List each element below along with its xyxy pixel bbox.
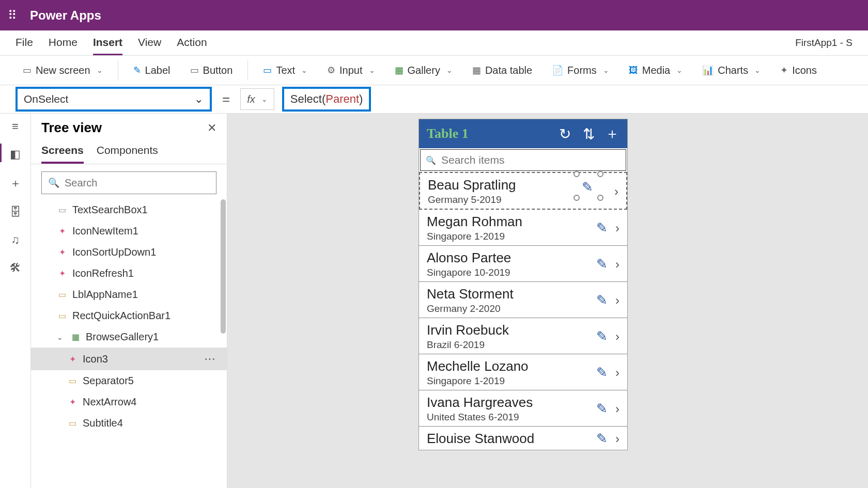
text-label: Text bbox=[276, 65, 295, 76]
refresh-icon[interactable]: ↻ bbox=[557, 125, 572, 143]
gallery-item[interactable]: Neta Storment Germany 2-2020 ✎ › bbox=[419, 282, 627, 318]
label-icon: ✎ bbox=[133, 65, 141, 76]
close-icon[interactable]: ✕ bbox=[207, 121, 216, 135]
chevron-down-icon: ⌄ bbox=[97, 66, 103, 74]
edit-icon[interactable]: ✎ bbox=[596, 292, 608, 308]
sort-icon[interactable]: ⇅ bbox=[581, 125, 596, 143]
phone-preview: Table 1 ↻ ⇅ ＋ 🔍 Beau Spratling Germany 5… bbox=[419, 119, 628, 450]
phone-header: Table 1 ↻ ⇅ ＋ bbox=[419, 119, 627, 148]
tree-item-iconsort[interactable]: ✦ IconSortUpDown1 bbox=[31, 242, 227, 263]
data-icon[interactable]: 🗄 bbox=[10, 206, 21, 219]
rect-icon: ▭ bbox=[67, 376, 78, 386]
tab-components[interactable]: Components bbox=[97, 139, 158, 164]
edit-icon[interactable]: ✎ bbox=[596, 256, 608, 272]
phone-search-input[interactable] bbox=[441, 154, 621, 166]
formula-bar: OnSelect ⌄ = fx ⌄ Select(Parent) bbox=[0, 85, 868, 114]
item-title: Neta Storment bbox=[427, 286, 596, 302]
button-button[interactable]: ▭ Button bbox=[183, 61, 240, 80]
phone-search[interactable]: 🔍 bbox=[420, 149, 626, 171]
more-options-icon[interactable]: ⋯ bbox=[204, 352, 216, 366]
tree-search[interactable]: 🔍 bbox=[41, 171, 216, 194]
fx-selector[interactable]: fx ⌄ bbox=[240, 88, 274, 110]
chevron-right-icon[interactable]: › bbox=[615, 257, 619, 272]
icons-button[interactable]: ✦ Icons bbox=[773, 61, 824, 80]
chevron-right-icon[interactable]: › bbox=[615, 432, 619, 446]
plus-icon[interactable]: ＋ bbox=[10, 176, 21, 191]
tree-item-label: NextArrow4 bbox=[83, 396, 136, 408]
data-table-button[interactable]: ▦ Data table bbox=[465, 61, 539, 80]
gallery-item[interactable]: Ivana Hargreaves United States 6-2019 ✎ … bbox=[419, 390, 627, 427]
search-icon: 🔍 bbox=[48, 177, 59, 188]
forms-button[interactable]: 📄 Forms ⌄ bbox=[545, 61, 616, 80]
tree-item-label: Subtitle4 bbox=[83, 417, 123, 429]
menu-file[interactable]: File bbox=[16, 31, 33, 55]
tree-item-iconnewitem[interactable]: ✦ IconNewItem1 bbox=[31, 221, 227, 242]
chevron-right-icon[interactable]: › bbox=[615, 366, 619, 380]
gallery-item[interactable]: Beau Spratling Germany 5-2019 ✎ › bbox=[419, 172, 627, 210]
hamburger-icon[interactable]: ≡ bbox=[12, 120, 19, 133]
chevron-right-icon[interactable]: › bbox=[615, 221, 619, 235]
menu-home[interactable]: Home bbox=[49, 31, 78, 55]
media-icon: 🖼 bbox=[629, 65, 638, 76]
tree-item-browsegallery[interactable]: ⌄ ▦ BrowseGallery1 bbox=[31, 326, 227, 348]
tools-icon[interactable]: 🛠 bbox=[10, 261, 21, 275]
edit-icon[interactable]: ✎ bbox=[582, 179, 593, 195]
tab-screens[interactable]: Screens bbox=[41, 139, 84, 164]
gallery-item[interactable]: Elouise Stanwood ✎ › bbox=[419, 427, 627, 450]
gallery-tree-icon: ▦ bbox=[70, 332, 81, 342]
tree-item-subtitle[interactable]: ▭ Subtitle4 bbox=[31, 413, 227, 434]
edit-icon[interactable]: ✎ bbox=[596, 365, 608, 381]
edit-icon[interactable]: ✎ bbox=[596, 328, 608, 344]
app-name-label: FirstApp1 - S bbox=[795, 37, 853, 49]
chevron-right-icon[interactable]: › bbox=[615, 293, 619, 308]
chevron-down-icon: ⌄ bbox=[369, 66, 375, 74]
divider bbox=[118, 60, 118, 81]
chevron-down-icon: ⌄ bbox=[676, 66, 683, 74]
tree-item-rectquickaction[interactable]: ▭ RectQuickActionBar1 bbox=[31, 305, 227, 326]
media-button[interactable]: 🖼 Media ⌄ bbox=[622, 61, 690, 80]
tree-item-iconrefresh[interactable]: ✦ IconRefresh1 bbox=[31, 263, 227, 284]
tree-item-nextarrow[interactable]: ✦ NextArrow4 bbox=[31, 391, 227, 413]
menu-insert[interactable]: Insert bbox=[93, 31, 122, 55]
tree-view-icon[interactable]: ◧ bbox=[10, 148, 21, 161]
chevron-right-icon[interactable]: › bbox=[615, 402, 619, 416]
chevron-down-icon: ⌄ bbox=[754, 66, 761, 74]
gallery-item[interactable]: Alonso Partee Singapore 10-2019 ✎ › bbox=[419, 246, 627, 282]
chevron-right-icon[interactable]: › bbox=[614, 184, 618, 199]
edit-icon[interactable]: ✎ bbox=[596, 431, 608, 447]
gallery-button[interactable]: ▦ Gallery ⌄ bbox=[388, 61, 460, 80]
chevron-down-icon[interactable]: ⌄ bbox=[57, 333, 63, 341]
scrollbar[interactable] bbox=[221, 199, 226, 334]
gallery-item[interactable]: Megan Rohman Singapore 1-2019 ✎ › bbox=[419, 210, 627, 246]
menu-action[interactable]: Action bbox=[177, 31, 207, 55]
edit-icon[interactable]: ✎ bbox=[596, 401, 608, 417]
item-subtitle: Singapore 1-2019 bbox=[427, 375, 596, 387]
formula-input[interactable]: Select(Parent) bbox=[282, 87, 371, 112]
text-button[interactable]: ▭ Text ⌄ bbox=[256, 61, 315, 80]
tree-item-icon3[interactable]: ✦ Icon3 ⋯ bbox=[31, 348, 227, 370]
new-screen-button[interactable]: ▭ New screen ⌄ bbox=[16, 61, 110, 80]
property-selector[interactable]: OnSelect ⌄ bbox=[16, 87, 212, 112]
menu-view[interactable]: View bbox=[138, 31, 161, 55]
equals-sign: = bbox=[222, 91, 230, 107]
tree-item-label: RectQuickActionBar1 bbox=[72, 310, 171, 322]
gallery-item[interactable]: Mechelle Lozano Singapore 1-2019 ✎ › bbox=[419, 354, 627, 390]
gallery-item[interactable]: Irvin Roebuck Brazil 6-2019 ✎ › bbox=[419, 318, 627, 354]
gallery-icon: ▦ bbox=[395, 65, 404, 76]
input-button[interactable]: ⚙ Input ⌄ bbox=[320, 61, 382, 80]
waffle-icon[interactable]: ⠿ bbox=[8, 8, 17, 23]
tree-item-lblappname[interactable]: ▭ LblAppName1 bbox=[31, 284, 227, 305]
control-icon: ✦ bbox=[67, 354, 78, 364]
canvas[interactable]: Table 1 ↻ ⇅ ＋ 🔍 Beau Spratling Germany 5… bbox=[227, 114, 868, 488]
item-title: Ivana Hargreaves bbox=[427, 395, 596, 411]
tree-item-textsearchbox[interactable]: ▭ TextSearchBox1 bbox=[31, 199, 227, 221]
tree-search-input[interactable] bbox=[65, 177, 210, 189]
charts-button[interactable]: 📊 Charts ⌄ bbox=[695, 61, 768, 80]
tree-item-separator[interactable]: ▭ Separator5 bbox=[31, 370, 227, 391]
selection-handles[interactable]: ✎ bbox=[576, 173, 601, 199]
edit-icon[interactable]: ✎ bbox=[596, 220, 608, 236]
label-button[interactable]: ✎ Label bbox=[126, 61, 178, 80]
chevron-right-icon[interactable]: › bbox=[615, 329, 619, 344]
add-icon[interactable]: ＋ bbox=[605, 124, 619, 144]
media-rail-icon[interactable]: ♫ bbox=[11, 233, 20, 247]
